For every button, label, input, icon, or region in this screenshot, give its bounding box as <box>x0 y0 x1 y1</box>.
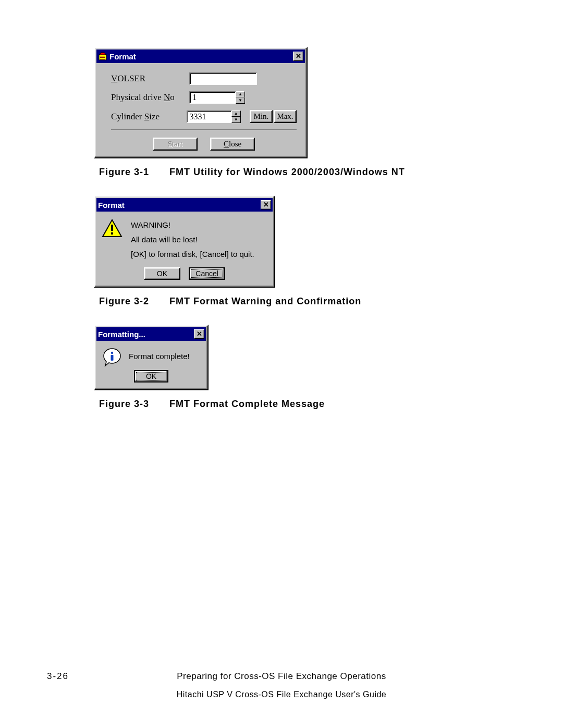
warning-dialog: Format ✕ WARNING! All data will be lost!… <box>94 195 275 288</box>
close-icon[interactable]: ✕ <box>194 329 204 339</box>
figure-caption-3: Figure 3-3FMT Format Complete Message <box>99 399 516 410</box>
titlebar[interactable]: Format ✕ <box>96 198 273 212</box>
info-icon <box>102 347 123 368</box>
guide-title: Hitachi USP V Cross-OS File Exchange Use… <box>0 690 563 699</box>
spin-down-icon[interactable]: ▼ <box>236 97 245 104</box>
svg-rect-8 <box>111 355 114 361</box>
start-button: Start <box>153 138 198 151</box>
volser-label: VOLSER <box>111 73 189 84</box>
formatting-dialog: Formatting... ✕ Format complete! OK <box>94 325 209 390</box>
page-number: 3-26 <box>47 671 69 682</box>
format-app-icon <box>98 52 107 61</box>
svg-rect-6 <box>111 232 113 235</box>
dialog-title: Format <box>109 52 136 61</box>
svg-rect-2 <box>100 57 105 58</box>
max-button[interactable]: Max. <box>274 110 297 123</box>
spin-up-icon[interactable]: ▲ <box>236 91 245 97</box>
physical-drive-label: Physical drive No <box>111 92 189 103</box>
page-footer: 3-26 Preparing for Cross-OS File Exchang… <box>0 671 563 699</box>
svg-rect-1 <box>100 56 105 56</box>
figure-caption-2: Figure 3-2FMT Format Warning and Confirm… <box>99 296 516 307</box>
ok-button[interactable]: OK <box>144 267 180 280</box>
chapter-title: Preparing for Cross-OS File Exchange Ope… <box>0 671 563 682</box>
svg-rect-5 <box>111 225 113 231</box>
format-dialog: Format ✕ VOLSER Physical drive No 1 ▲ ▼ … <box>94 47 308 158</box>
figure-caption-1: Figure 3-1FMT Utility for Windows 2000/2… <box>99 167 516 178</box>
close-icon[interactable]: ✕ <box>261 200 271 209</box>
titlebar[interactable]: Formatting... ✕ <box>96 327 206 341</box>
warning-icon <box>102 219 123 238</box>
spin-down-icon[interactable]: ▼ <box>231 117 241 123</box>
spin-up-icon[interactable]: ▲ <box>231 110 241 117</box>
cylinder-size-label: Cylinder Size <box>111 112 187 122</box>
dialog-title: Formatting... <box>98 330 145 339</box>
titlebar[interactable]: Format ✕ <box>96 50 305 63</box>
drive-spinner[interactable]: ▲ ▼ <box>236 91 245 104</box>
svg-rect-3 <box>100 59 105 59</box>
warning-line: All data will be lost! <box>131 234 267 245</box>
complete-message: Format complete! <box>129 352 201 361</box>
warning-instruction: [OK] to format disk, [Cancel] to quit. <box>131 249 267 260</box>
volser-input[interactable] <box>189 72 257 85</box>
ok-button[interactable]: OK <box>134 370 168 382</box>
warning-heading: WARNING! <box>131 219 267 231</box>
cancel-button[interactable]: Cancel <box>189 267 225 280</box>
dialog-title: Format <box>98 201 125 209</box>
cylinder-size-input[interactable]: 3331 <box>187 110 232 123</box>
close-icon[interactable]: ✕ <box>293 52 303 61</box>
min-button[interactable]: Min. <box>250 110 273 123</box>
close-button[interactable]: Close <box>210 138 255 151</box>
physical-drive-input[interactable]: 1 <box>189 91 236 104</box>
cyl-spinner[interactable]: ▲ ▼ <box>231 110 241 123</box>
separator <box>111 129 297 130</box>
svg-point-7 <box>111 352 113 354</box>
